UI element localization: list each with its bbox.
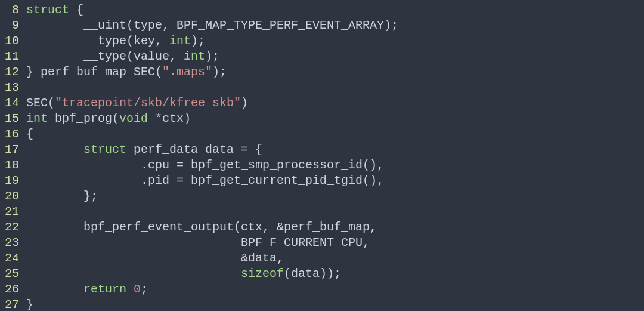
token-punc: } xyxy=(26,65,41,79)
token-id: SEC( xyxy=(26,96,55,110)
line-number: 13 xyxy=(0,80,26,96)
token-id xyxy=(126,282,134,296)
line-number: 25 xyxy=(0,266,26,282)
line-number: 19 xyxy=(0,173,26,189)
token-id: &data, xyxy=(26,251,284,265)
code-line: 18 .cpu = bpf_get_smp_processor_id(), xyxy=(0,158,644,173)
token-id: bpf_perf_event_output(ctx, &perf_buf_map… xyxy=(26,220,377,234)
token-kw: void xyxy=(119,112,148,125)
code-line: 25 sizeof(data)); xyxy=(0,266,644,282)
token-punc: { xyxy=(69,3,83,17)
code-content: __type(value, int); xyxy=(26,49,219,64)
token-kw: int xyxy=(169,34,191,48)
token-id xyxy=(26,267,241,281)
token-id: ); xyxy=(191,34,205,48)
line-number: 12 xyxy=(0,64,26,80)
code-line: 26 return 0; xyxy=(0,282,644,297)
code-content: .cpu = bpf_get_smp_processor_id(), xyxy=(26,158,384,173)
code-line: 19 .pid = bpf_get_current_pid_tgid(), xyxy=(0,173,644,189)
token-id: perf_data data = { xyxy=(126,143,262,156)
line-number: 20 xyxy=(0,189,26,204)
line-number: 16 xyxy=(0,127,26,142)
code-line: 17 struct perf_data data = { xyxy=(0,142,644,158)
code-content: }; xyxy=(26,189,98,204)
token-str: "tracepoint/skb/kfree_skb" xyxy=(55,96,241,110)
token-punc: { xyxy=(26,127,33,141)
token-id: __uint(type, BPF_MAP_TYPE_PERF_EVENT_ARR… xyxy=(26,19,398,32)
token-kw: int xyxy=(184,50,205,63)
code-content: __type(key, int); xyxy=(26,33,205,49)
token-kw: sizeof xyxy=(241,267,284,281)
code-line: 15int bpf_prog(void *ctx) xyxy=(0,111,644,127)
code-line: 14SEC("tracepoint/skb/kfree_skb") xyxy=(0,96,644,111)
line-number: 27 xyxy=(0,297,26,311)
token-id: perf_buf_map SEC( xyxy=(41,65,162,79)
line-number: 8 xyxy=(0,2,26,18)
token-id: ); xyxy=(205,50,219,63)
token-id: ) xyxy=(241,96,248,110)
code-content: BPF_F_CURRENT_CPU, xyxy=(26,235,370,251)
token-punc: } xyxy=(26,298,33,311)
code-line: 23 BPF_F_CURRENT_CPU, xyxy=(0,235,644,251)
code-content: __uint(type, BPF_MAP_TYPE_PERF_EVENT_ARR… xyxy=(26,18,398,33)
line-number: 18 xyxy=(0,158,26,173)
code-line: 9 __uint(type, BPF_MAP_TYPE_PERF_EVENT_A… xyxy=(0,18,644,33)
line-number: 17 xyxy=(0,142,26,158)
token-id: __type(value, xyxy=(26,50,184,63)
token-kw: struct xyxy=(83,143,126,156)
code-line: 21 xyxy=(0,204,644,220)
token-kw: return xyxy=(83,282,126,296)
code-line: 22 bpf_perf_event_output(ctx, &perf_buf_… xyxy=(0,220,644,235)
token-kw: int xyxy=(26,112,48,125)
token-str: ".maps" xyxy=(162,65,212,79)
token-id: (data)); xyxy=(284,267,341,281)
token-id: __type(key, xyxy=(26,34,169,48)
code-content: struct perf_data data = { xyxy=(26,142,262,158)
line-number: 14 xyxy=(0,96,26,111)
token-id: .cpu = bpf_get_smp_processor_id(), xyxy=(26,158,384,172)
line-number: 23 xyxy=(0,235,26,251)
line-number: 11 xyxy=(0,49,26,64)
code-content: struct { xyxy=(26,2,83,18)
code-content: { xyxy=(26,127,33,142)
token-id: ); xyxy=(212,65,227,79)
code-content: bpf_perf_event_output(ctx, &perf_buf_map… xyxy=(26,220,377,235)
code-line: 10 __type(key, int); xyxy=(0,33,644,49)
code-line: 27} xyxy=(0,297,644,311)
line-number: 9 xyxy=(0,18,26,33)
line-number: 26 xyxy=(0,282,26,297)
line-number: 10 xyxy=(0,33,26,49)
code-content: .pid = bpf_get_current_pid_tgid(), xyxy=(26,173,384,189)
token-id: ; xyxy=(141,282,148,296)
code-content: int bpf_prog(void *ctx) xyxy=(26,111,191,127)
code-content: sizeof(data)); xyxy=(26,266,341,282)
code-line: 12} perf_buf_map SEC(".maps"); xyxy=(0,64,644,80)
line-number: 24 xyxy=(0,251,26,266)
token-id: .pid = bpf_get_current_pid_tgid(), xyxy=(26,174,384,187)
token-kw: struct xyxy=(26,3,69,17)
code-content: SEC("tracepoint/skb/kfree_skb") xyxy=(26,96,248,111)
code-block: 8struct {9 __uint(type, BPF_MAP_TYPE_PER… xyxy=(0,2,644,311)
code-content: return 0; xyxy=(26,282,148,297)
code-line: 8struct { xyxy=(0,2,644,18)
code-line: 24 &data, xyxy=(0,251,644,266)
code-content: } perf_buf_map SEC(".maps"); xyxy=(26,64,227,80)
code-line: 13 xyxy=(0,80,644,96)
token-id xyxy=(26,143,83,156)
token-id: bpf_prog( xyxy=(48,112,119,125)
code-content: &data, xyxy=(26,251,284,266)
code-line: 16{ xyxy=(0,127,644,142)
token-num: 0 xyxy=(134,282,141,296)
code-content: } xyxy=(26,297,33,311)
token-id xyxy=(26,282,83,296)
token-id: }; xyxy=(26,189,98,203)
line-number: 21 xyxy=(0,204,26,220)
code-line: 11 __type(value, int); xyxy=(0,49,644,64)
line-number: 15 xyxy=(0,111,26,127)
line-number: 22 xyxy=(0,220,26,235)
token-id: *ctx) xyxy=(148,112,191,125)
token-id: BPF_F_CURRENT_CPU, xyxy=(26,236,370,250)
code-line: 20 }; xyxy=(0,189,644,204)
